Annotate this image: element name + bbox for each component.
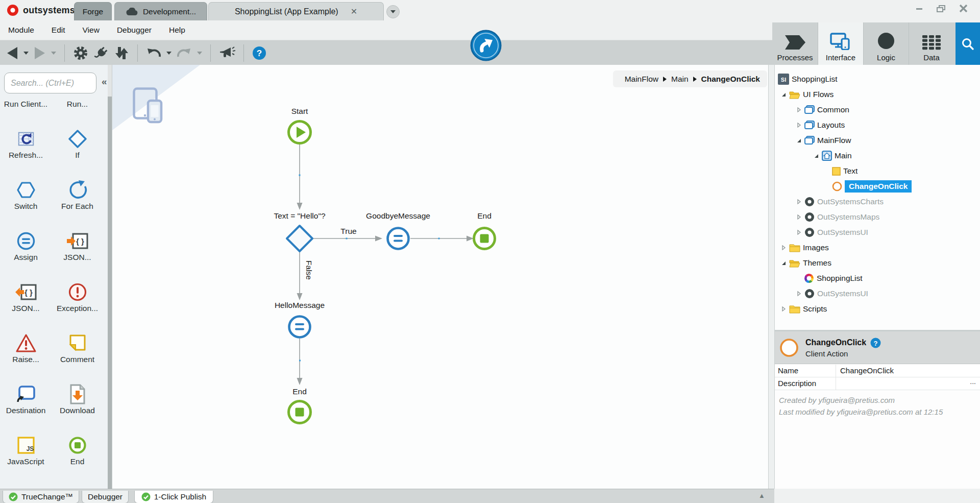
restore-icon[interactable] (937, 5, 946, 13)
svg-text:?: ? (257, 49, 262, 58)
debugger-tab[interactable]: Debugger (82, 491, 129, 503)
description-expand-button[interactable]: ... (968, 377, 980, 390)
toolbox-collapse-button[interactable]: « (102, 76, 107, 87)
tab-close-icon[interactable]: ✕ (351, 7, 357, 16)
collapsed-arrow-icon[interactable] (781, 245, 787, 251)
tree-item-main[interactable]: Main (775, 148, 980, 163)
truechange-tab[interactable]: TrueChange™ (3, 491, 79, 503)
flow-canvas[interactable]: MainFlow Main ChangeOnClick (112, 65, 768, 489)
statusbar-collapse-button[interactable]: ▲ (758, 492, 765, 499)
back-icon[interactable] (6, 46, 18, 60)
one-click-publish-button[interactable] (470, 29, 502, 62)
nav-interface[interactable]: Interface (818, 22, 863, 65)
toolbox-item-end[interactable]: End (52, 417, 103, 468)
collapsed-arrow-icon[interactable] (796, 122, 802, 128)
search-icon (961, 37, 974, 51)
tree-item-common[interactable]: Common (775, 102, 980, 117)
expanded-arrow-icon[interactable] (781, 92, 787, 98)
refresh-server-data-icon[interactable] (114, 46, 129, 60)
one-click-publish-tab[interactable]: 1-Click Publish (134, 491, 213, 503)
toolbox-item-refresh-data[interactable]: Refresh... (0, 111, 52, 162)
nav-data[interactable]: Data (909, 22, 954, 65)
toolbox-scrollbar[interactable] (108, 65, 112, 489)
tree-item-ui-flows[interactable]: UI Flows (775, 87, 980, 102)
logo-text: outsystems (23, 5, 75, 16)
toolbox-item-destination[interactable]: Destination (0, 366, 52, 417)
tree-item-mainflow[interactable]: MainFlow (775, 133, 980, 148)
collapsed-arrow-icon[interactable] (796, 291, 802, 297)
tree-item-theme-shoppinglist[interactable]: ShoppingList (775, 271, 980, 286)
close-icon[interactable] (959, 4, 968, 13)
toolbox-item-raise-exception[interactable]: Raise... (0, 315, 52, 366)
menu-edit[interactable]: Edit (52, 26, 65, 35)
expanded-arrow-icon[interactable] (814, 153, 819, 159)
forward-history-icon[interactable] (51, 52, 56, 55)
goodbye-message-node[interactable] (388, 228, 409, 249)
undo-history-icon[interactable] (166, 52, 172, 55)
collapsed-arrow-icon[interactable] (796, 214, 802, 220)
redo-history-icon[interactable] (197, 52, 202, 55)
nav-processes[interactable]: Processes (772, 22, 818, 65)
end-node-top[interactable] (474, 228, 495, 249)
tree-item-outsystemscharts[interactable]: OutSystemsCharts (775, 194, 980, 209)
expanded-arrow-icon[interactable] (781, 260, 787, 266)
toolbox-item-comment[interactable]: Comment (52, 315, 103, 366)
help-icon[interactable]: ? (252, 46, 266, 60)
module-settings-icon[interactable] (73, 45, 88, 61)
tab-forge[interactable]: Forge (74, 2, 112, 20)
tab-development[interactable]: Development... (114, 2, 207, 20)
tree-item-changeonclick[interactable]: ChangeOnClick (775, 179, 980, 194)
end-node-bottom[interactable] (289, 401, 311, 423)
condition-node[interactable] (287, 226, 312, 251)
nav-logic[interactable]: Logic (863, 22, 909, 65)
undo-icon[interactable] (146, 46, 161, 60)
toolbox-item-json-serialize[interactable]: { } JSON... (52, 213, 103, 264)
tree-item-outsystemsui[interactable]: OutSystemsUI (775, 225, 980, 240)
toolbox-item-for-each[interactable]: For Each (52, 162, 103, 213)
menu-debugger[interactable]: Debugger (117, 26, 152, 35)
expanded-arrow-icon[interactable] (796, 138, 802, 143)
module-tree: SI ShoppingList UI Flows (775, 65, 980, 330)
manage-dependencies-plug-icon[interactable] (93, 45, 109, 61)
tree-item-outsystemsmaps[interactable]: OutSystemsMaps (775, 209, 980, 225)
toolbox-item-if[interactable]: If (52, 111, 103, 162)
toolbox-item-assign[interactable]: Assign (0, 213, 52, 264)
property-description-value[interactable] (836, 377, 968, 390)
toolbox-item-exception-handler[interactable]: Exception... (52, 264, 103, 315)
toolbox-item-download[interactable]: Download (52, 366, 103, 417)
hello-message-node[interactable] (289, 317, 310, 338)
vertical-splitter[interactable] (768, 65, 775, 489)
toolbox-scrollbar-thumb[interactable] (108, 97, 112, 489)
back-history-icon[interactable] (23, 52, 29, 55)
help-icon[interactable]: ? (870, 338, 881, 348)
collapsed-arrow-icon[interactable] (796, 229, 802, 235)
forward-icon[interactable] (34, 46, 46, 60)
tree-item-scripts[interactable]: Scripts (775, 301, 980, 317)
collapsed-arrow-icon[interactable] (781, 306, 787, 312)
toolbox-item-javascript[interactable]: JS JavaScript (0, 417, 52, 468)
tree-item-themes[interactable]: Themes (775, 255, 980, 271)
toolbox-item-switch[interactable]: Switch (0, 162, 52, 213)
tree-item-images[interactable]: Images (775, 240, 980, 255)
tree-item-module-shoppinglist[interactable]: SI ShoppingList (775, 71, 980, 87)
menu-view[interactable]: View (83, 26, 100, 35)
announcements-megaphone-icon[interactable] (219, 46, 235, 60)
toolbox-search-input[interactable] (4, 73, 96, 93)
properties-title: ChangeOnClick (805, 338, 866, 347)
minimize-icon[interactable] (915, 5, 923, 13)
toolbox-item-json-deserialize[interactable]: { } JSON... (0, 264, 52, 315)
collapsed-arrow-icon[interactable] (796, 107, 802, 113)
tree-item-layouts[interactable]: Layouts (775, 117, 980, 133)
menu-module[interactable]: Module (8, 26, 34, 35)
tab-list-dropdown[interactable] (386, 5, 400, 18)
tree-item-text[interactable]: Text (775, 163, 980, 179)
tree-item-themes-outsystemsui[interactable]: OutSystemsUI (775, 286, 980, 301)
property-name-value[interactable]: ChangeOnClick (836, 365, 980, 377)
start-node[interactable] (289, 122, 311, 143)
global-search-button[interactable] (955, 22, 980, 65)
json-deserialize-icon: { } (15, 280, 37, 304)
collapsed-arrow-icon[interactable] (796, 199, 802, 205)
menu-help[interactable]: Help (169, 26, 185, 35)
tab-shoppinglist[interactable]: ShoppingList (App Example) ✕ (208, 2, 384, 20)
redo-icon[interactable] (177, 46, 192, 60)
